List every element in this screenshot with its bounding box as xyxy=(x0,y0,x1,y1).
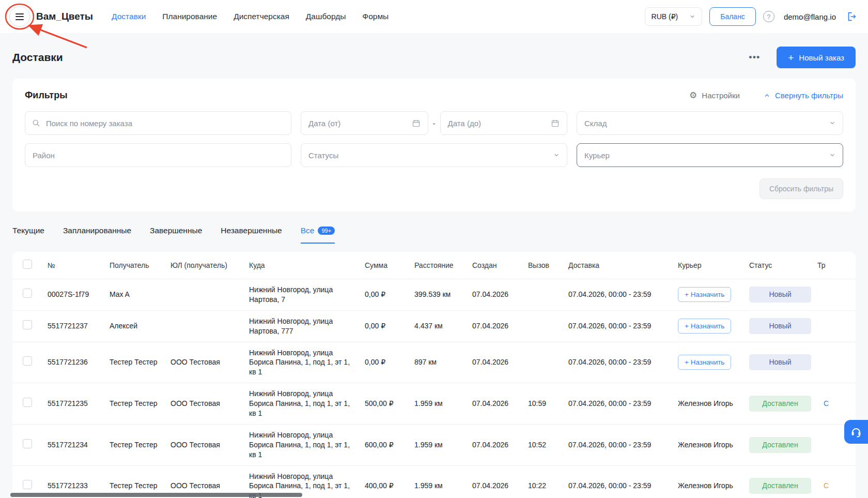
chevron-down-icon xyxy=(689,13,695,20)
cell-courier: Железнов Игорь xyxy=(672,481,743,491)
cell-created-date: 07.04.2026 xyxy=(466,399,522,409)
cell-created-date: 07.04.2026 xyxy=(466,481,522,491)
district-input[interactable] xyxy=(25,143,291,167)
currency-value: RUB (₽) xyxy=(652,12,678,21)
row-checkbox[interactable] xyxy=(23,480,32,489)
tab-current[interactable]: Текущие xyxy=(12,226,44,244)
filters-title: Фильтры xyxy=(25,90,68,101)
cell-delivery-window: 07.04.2026, 00:00 - 23:59 xyxy=(562,399,672,409)
logout-icon[interactable] xyxy=(845,10,859,23)
main-content: Доставки ••• + Новый заказ Фильтры ⚙ Нас… xyxy=(0,33,868,498)
orders-table: №ПолучательЮЛ (получатель)КудаСуммаРасст… xyxy=(12,252,856,498)
courier-select[interactable]: Курьер xyxy=(577,143,843,167)
new-order-label: Новый заказ xyxy=(799,53,844,62)
nav-item-deliveries[interactable]: Доставки xyxy=(112,12,146,21)
cell-address: Нижний Новгород, улица Бориса Панина, 1,… xyxy=(243,430,359,460)
nav-item-forms[interactable]: Формы xyxy=(362,12,389,21)
date-to-input[interactable]: Дата (до) xyxy=(440,111,568,135)
warehouse-select[interactable]: Склад xyxy=(577,111,843,135)
statuses-select[interactable]: Статусы xyxy=(301,143,567,167)
order-search-input[interactable] xyxy=(25,111,291,135)
status-badge: Доставлен xyxy=(749,437,811,453)
more-options-button[interactable]: ••• xyxy=(749,52,760,63)
cell-delivery-window: 07.04.2026, 00:00 - 23:59 xyxy=(562,440,672,450)
cell-created-date: 07.04.2026 xyxy=(466,357,522,367)
date-range-separator: - xyxy=(433,119,436,128)
nav-item-planning[interactable]: Планирование xyxy=(162,12,217,21)
cell-courier: Железнов Игорь xyxy=(672,399,743,409)
column-header: Курьер xyxy=(672,261,743,270)
hamburger-menu-button[interactable] xyxy=(9,6,30,27)
cell-order-number: 5517721235 xyxy=(41,399,103,409)
collapse-filters-button[interactable]: Свернуть фильтры xyxy=(764,91,843,100)
chevron-up-icon xyxy=(764,92,770,99)
cell-sum: 400,00 ₽ xyxy=(359,481,408,491)
calendar-icon xyxy=(551,119,560,128)
support-chat-button[interactable] xyxy=(844,420,868,444)
cell-call-time: 10:59 xyxy=(522,399,562,409)
cell-sum: 0,00 ₽ xyxy=(359,357,408,367)
cell-distance: 1.959 км xyxy=(408,440,466,450)
column-header: ЮЛ (получатель) xyxy=(164,261,243,270)
main-nav: ДоставкиПланированиеДиспетчерскаяДашборд… xyxy=(112,12,389,21)
cell-call-time: 10:22 xyxy=(522,481,562,491)
nav-item-dispatch[interactable]: Диспетчерская xyxy=(234,12,289,21)
tab-planned[interactable]: Запланированные xyxy=(63,226,131,244)
tab-completed[interactable]: Завершенные xyxy=(150,226,202,244)
cell-recipient: Тестер Тестер xyxy=(103,440,164,450)
status-badge: Новый xyxy=(749,286,811,303)
truncated-text: С xyxy=(824,399,829,408)
cell-recipient: Тестер Тестер xyxy=(103,357,164,367)
tab-all[interactable]: Все99+ xyxy=(301,226,335,244)
row-checkbox[interactable] xyxy=(23,320,32,329)
chevron-down-icon xyxy=(829,152,835,158)
balance-button[interactable]: Баланс xyxy=(709,7,756,26)
cell-status: Доставлен xyxy=(743,437,817,453)
cell-truncated: С xyxy=(817,481,856,491)
row-checkbox[interactable] xyxy=(23,398,32,407)
nav-item-dashboards[interactable]: Дашборды xyxy=(306,12,346,21)
status-badge: Новый xyxy=(749,318,811,334)
filters-panel: Фильтры ⚙ Настройки Свернуть фильтры xyxy=(12,79,856,212)
table-row: 5517721235Тестер ТестерООО ТестоваяНижни… xyxy=(12,383,856,424)
row-checkbox[interactable] xyxy=(23,356,32,366)
cell-address: Нижний Новгород, улица Бориса Панина, 1,… xyxy=(243,348,359,378)
date-range: Дата (от) - Дата (до) xyxy=(301,111,567,135)
assign-courier-button[interactable]: + Назначить xyxy=(678,319,731,334)
column-header: Расстояние xyxy=(408,261,466,270)
statuses-placeholder: Статусы xyxy=(308,151,338,160)
cell-address: Нижний Новгород, улица Нартова, 777 xyxy=(243,316,359,336)
assign-courier-button[interactable]: + Назначить xyxy=(678,287,731,302)
table-row: 5517721234Тестер ТестерООО ТестоваяНижни… xyxy=(12,424,856,465)
date-from-placeholder: Дата (от) xyxy=(308,119,340,128)
horizontal-scrollbar-thumb[interactable] xyxy=(10,493,302,497)
cell-created-date: 07.04.2026 xyxy=(466,440,522,450)
row-checkbox[interactable] xyxy=(23,439,32,448)
table-header: №ПолучательЮЛ (получатель)КудаСуммаРасст… xyxy=(12,252,856,279)
cell-recipient: Max A xyxy=(103,290,164,299)
row-checkbox[interactable] xyxy=(23,289,32,298)
cell-status: Доставлен xyxy=(743,478,817,494)
select-all-checkbox[interactable] xyxy=(23,260,32,269)
order-search-field xyxy=(25,111,291,135)
currency-select[interactable]: RUB (₽) xyxy=(645,7,703,26)
cell-legal-entity: ООО Тестовая xyxy=(164,440,243,450)
tab-label: Запланированные xyxy=(63,226,131,235)
cell-call-time: 10:52 xyxy=(522,440,562,450)
page-title: Доставки xyxy=(12,51,63,64)
filters-settings-button[interactable]: ⚙ Настройки xyxy=(689,91,740,100)
new-order-button[interactable]: + Новый заказ xyxy=(777,47,856,68)
page-header: Доставки ••• + Новый заказ xyxy=(0,33,868,79)
chevron-down-icon xyxy=(829,120,835,126)
cell-order-number: 00027S-1f79 xyxy=(41,290,103,299)
help-icon[interactable]: ? xyxy=(763,11,774,22)
cell-status: Новый xyxy=(743,318,817,334)
tab-incomplete[interactable]: Незавершенные xyxy=(221,226,282,244)
cell-status: Доставлен xyxy=(743,396,817,412)
status-badge: Доставлен xyxy=(749,478,811,494)
navbar-right: RUB (₽) Баланс ? demo@flang.io xyxy=(645,7,859,26)
reset-filters-button[interactable]: Сбросить фильтры xyxy=(760,178,843,199)
assign-courier-button[interactable]: + Назначить xyxy=(678,355,731,370)
cell-order-number: 5517721233 xyxy=(41,481,103,491)
date-from-input[interactable]: Дата (от) xyxy=(301,111,428,135)
